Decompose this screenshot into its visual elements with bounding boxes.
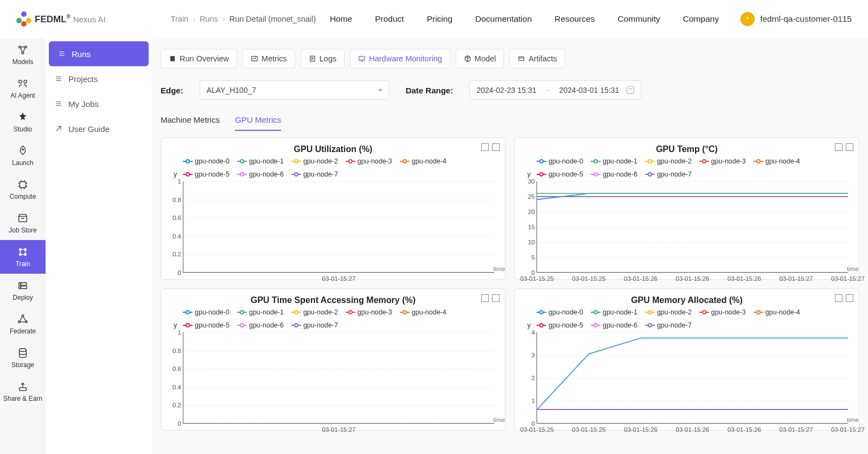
- projects-icon: [54, 75, 63, 83]
- legend-item[interactable]: gpu-node-6: [591, 171, 637, 178]
- legend-item[interactable]: gpu-node-2: [645, 308, 692, 316]
- sidebar-item-user-guide[interactable]: User Guide: [46, 116, 152, 141]
- legend-item[interactable]: gpu-node-3: [699, 308, 746, 316]
- rail-item-federate[interactable]: Federate: [0, 307, 46, 341]
- rail-nav: ModelsAI AgentStudioLaunchComputeJob Sto…: [0, 38, 46, 454]
- rail-item-share-earn[interactable]: Share & Earn: [0, 375, 46, 408]
- legend-item[interactable]: gpu-node-0: [537, 308, 583, 316]
- legend-item[interactable]: gpu-node-3: [699, 157, 746, 165]
- legend-item[interactable]: gpu-node-0: [183, 308, 229, 316]
- user-menu[interactable]: fedml-qa-customer-0115: [741, 12, 852, 26]
- chart-reset-icon[interactable]: [846, 294, 853, 302]
- brand-logo[interactable]: FEDML® Nexus AI: [16, 11, 106, 27]
- legend-item[interactable]: gpu-node-2: [291, 157, 338, 165]
- subtab-gpu-metrics[interactable]: GPU Metrics: [235, 112, 281, 131]
- breadcrumb-runs[interactable]: Runs: [200, 15, 218, 23]
- legend-item[interactable]: gpu-node-5: [537, 171, 583, 178]
- topmenu-item-home[interactable]: Home: [330, 14, 352, 24]
- arrow-right-icon: →: [544, 86, 552, 94]
- rail-label: Studio: [14, 125, 32, 133]
- topmenu-item-company[interactable]: Company: [683, 14, 719, 24]
- chart-plot[interactable]: y0123403-01-15:2503-01-15:2503-01-15:260…: [537, 332, 848, 424]
- legend-item[interactable]: gpu-node-5: [183, 171, 229, 178]
- legend-marker-icon: [699, 310, 709, 314]
- legend-item[interactable]: gpu-node-0: [183, 157, 229, 165]
- legend-item[interactable]: gpu-node-4: [754, 157, 800, 165]
- rail-item-job-store[interactable]: Job Store: [0, 206, 46, 240]
- tab-label: Artifacts: [528, 54, 557, 63]
- legend-item[interactable]: gpu-node-4: [400, 157, 446, 165]
- legend-item[interactable]: gpu-node-7: [645, 321, 692, 329]
- topmenu-item-documentation[interactable]: Documentation: [475, 14, 532, 24]
- chart-reset-icon[interactable]: [492, 143, 500, 151]
- legend-item[interactable]: gpu-node-6: [237, 171, 284, 178]
- legend-item[interactable]: gpu-node-1: [237, 157, 284, 165]
- chart-plot[interactable]: y05101520253003-01-15:2503-01-15:2503-01…: [537, 181, 848, 273]
- sidebar-item-runs[interactable]: Runs: [49, 41, 149, 66]
- x-tick: 03-01-15:27: [322, 275, 355, 282]
- chart-reset-icon[interactable]: [492, 294, 500, 302]
- legend-item[interactable]: gpu-node-4: [400, 308, 446, 316]
- legend-item[interactable]: gpu-node-5: [183, 321, 229, 329]
- run-overview-icon: [169, 55, 176, 62]
- legend-item[interactable]: gpu-node-1: [591, 157, 637, 165]
- rail-item-train[interactable]: Train: [0, 240, 46, 274]
- chart-legend: gpu-node-0gpu-node-1gpu-node-2gpu-node-3…: [167, 308, 500, 331]
- tab-model[interactable]: Model: [456, 49, 505, 68]
- chart-zoom-icon[interactable]: [835, 143, 843, 151]
- topmenu-item-resources[interactable]: Resources: [554, 14, 595, 24]
- rail-item-compute[interactable]: Compute: [0, 173, 46, 206]
- top-menu: HomeProductPricingDocumentationResources…: [330, 14, 719, 24]
- legend-item[interactable]: gpu-node-6: [237, 321, 284, 329]
- legend-item[interactable]: gpu-node-3: [346, 157, 392, 165]
- date-range-picker[interactable]: 2024-02-23 15:31 → 2024-03-01 15:31: [469, 80, 641, 100]
- y-tick: 4: [521, 329, 535, 336]
- legend-marker-icon: [183, 159, 193, 163]
- legend-label: gpu-node-7: [657, 171, 692, 178]
- sidebar-item-projects[interactable]: Projects: [46, 66, 152, 91]
- chart-plot[interactable]: y00.20.40.60.8103-01-15:27time: [183, 332, 494, 424]
- topmenu-item-community[interactable]: Community: [617, 14, 660, 24]
- chart-zoom-icon[interactable]: [481, 294, 489, 302]
- legend-item[interactable]: gpu-node-1: [591, 308, 637, 316]
- legend-marker-icon: [591, 172, 601, 176]
- legend-item[interactable]: gpu-node-7: [291, 171, 338, 178]
- svg-point-8: [24, 249, 27, 251]
- chart-zoom-icon[interactable]: [835, 294, 843, 302]
- legend-item[interactable]: gpu-node-0: [537, 157, 583, 165]
- x-tick: 03-01-15:26: [675, 275, 709, 282]
- sidebar-item-my-jobs[interactable]: My Jobs: [46, 91, 152, 116]
- legend-item[interactable]: gpu-node-3: [346, 308, 392, 316]
- legend-item[interactable]: gpu-node-2: [291, 308, 338, 316]
- legend-item[interactable]: gpu-node-4: [754, 308, 800, 316]
- legend-item[interactable]: gpu-node-1: [237, 308, 284, 316]
- rail-item-ai-agent[interactable]: AI Agent: [0, 72, 46, 105]
- topmenu-item-product[interactable]: Product: [375, 14, 404, 24]
- legend-item[interactable]: gpu-node-5: [537, 321, 583, 329]
- breadcrumb-train[interactable]: Train: [171, 15, 189, 23]
- legend-item[interactable]: gpu-node-6: [591, 321, 637, 329]
- rail-item-launch[interactable]: Launch: [0, 139, 46, 173]
- tab-label: Hardware Monitoring: [369, 54, 442, 63]
- legend-item[interactable]: gpu-node-7: [291, 321, 338, 329]
- chart-plot[interactable]: y00.20.40.60.8103-01-15:27time: [183, 181, 494, 273]
- rail-item-storage[interactable]: Storage: [0, 341, 46, 375]
- rail-item-models[interactable]: Models: [0, 38, 46, 72]
- tab-metrics[interactable]: Metrics: [242, 49, 295, 68]
- topmenu-item-pricing[interactable]: Pricing: [427, 14, 452, 24]
- tab-hardware-monitoring[interactable]: Hardware Monitoring: [350, 49, 450, 68]
- tab-artifacts[interactable]: Artifacts: [509, 49, 565, 68]
- svg-point-7: [20, 249, 22, 251]
- subtab-machine-metrics[interactable]: Machine Metrics: [161, 112, 220, 131]
- legend-item[interactable]: gpu-node-2: [645, 157, 692, 165]
- edge-select[interactable]: ALAY_H100_7: [200, 80, 390, 100]
- legend-item[interactable]: gpu-node-7: [645, 171, 692, 178]
- tab-run-overview[interactable]: Run Overview: [161, 49, 237, 68]
- chart-zoom-icon[interactable]: [481, 143, 489, 151]
- rail-item-deploy[interactable]: Deploy: [0, 274, 46, 307]
- storage-icon: [17, 347, 29, 359]
- chart-reset-icon[interactable]: [846, 143, 853, 151]
- rail-item-studio[interactable]: Studio: [0, 105, 46, 139]
- legend-marker-icon: [754, 310, 763, 314]
- tab-logs[interactable]: Logs: [301, 49, 344, 68]
